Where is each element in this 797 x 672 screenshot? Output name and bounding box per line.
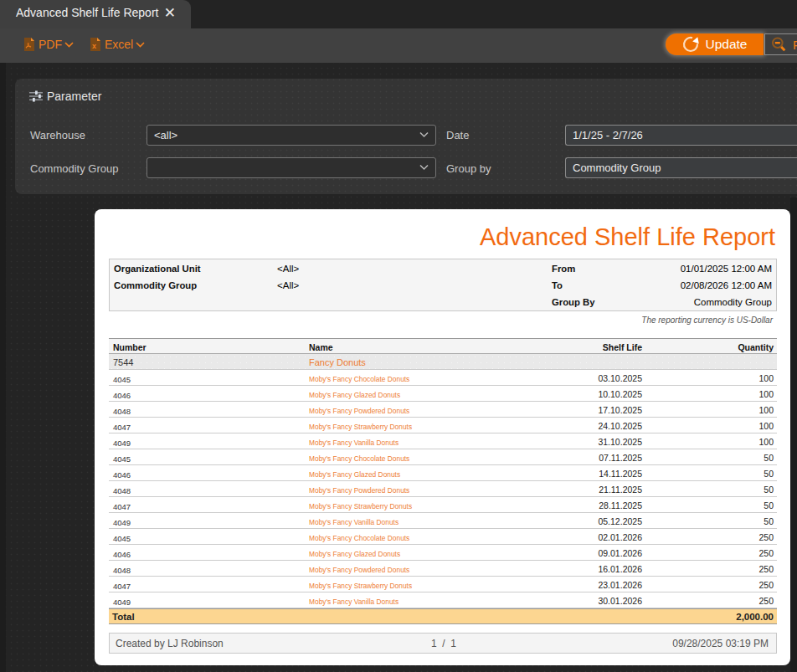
- svg-text:x: x: [92, 42, 96, 50]
